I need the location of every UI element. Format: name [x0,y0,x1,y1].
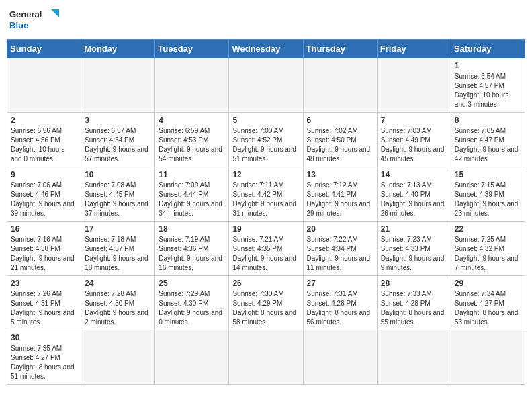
calendar-cell [81,58,155,113]
column-header-tuesday: Tuesday [155,40,229,58]
calendar-cell [7,58,81,113]
day-info: Sunrise: 7:21 AM Sunset: 4:35 PM Dayligh… [232,235,299,273]
calendar-cell [155,58,229,113]
calendar-week-row: 2Sunrise: 6:56 AM Sunset: 4:56 PM Daylig… [7,113,525,167]
day-number: 26 [232,279,299,288]
day-info: Sunrise: 7:06 AM Sunset: 4:46 PM Dayligh… [11,181,77,218]
calendar-cell: 26Sunrise: 7:30 AM Sunset: 4:29 PM Dayli… [229,276,303,330]
day-info: Sunrise: 7:33 AM Sunset: 4:28 PM Dayligh… [381,289,447,327]
calendar-table: SundayMondayTuesdayWednesdayThursdayFrid… [7,39,525,385]
svg-marker-1 [51,9,59,17]
calendar-header-row: SundayMondayTuesdayWednesdayThursdayFrid… [7,40,525,58]
calendar-cell: 13Sunrise: 7:12 AM Sunset: 4:41 PM Dayli… [303,167,377,222]
day-info: Sunrise: 7:05 AM Sunset: 4:47 PM Dayligh… [455,126,521,164]
day-number: 5 [232,116,299,125]
day-number: 20 [307,224,373,234]
logo: General Blue [9,7,63,34]
calendar-cell: 24Sunrise: 7:28 AM Sunset: 4:30 PM Dayli… [81,276,155,330]
calendar-cell: 1Sunrise: 6:54 AM Sunset: 4:57 PM Daylig… [451,58,525,113]
calendar-cell [229,330,303,385]
calendar-cell [377,330,451,385]
calendar-cell: 2Sunrise: 6:56 AM Sunset: 4:56 PM Daylig… [7,113,81,167]
calendar-cell [303,58,377,113]
day-number: 1 [455,61,521,71]
calendar-cell: 21Sunrise: 7:23 AM Sunset: 4:33 PM Dayli… [377,222,451,276]
day-info: Sunrise: 7:15 AM Sunset: 4:39 PM Dayligh… [455,181,521,218]
day-number: 18 [159,224,225,234]
calendar-cell: 9Sunrise: 7:06 AM Sunset: 4:46 PM Daylig… [7,167,81,222]
calendar-cell: 12Sunrise: 7:11 AM Sunset: 4:42 PM Dayli… [229,167,303,222]
day-info: Sunrise: 7:34 AM Sunset: 4:27 PM Dayligh… [455,289,521,327]
day-info: Sunrise: 7:03 AM Sunset: 4:49 PM Dayligh… [381,126,447,164]
day-number: 29 [455,279,521,288]
svg-text:Blue: Blue [9,20,28,30]
calendar-week-row: 23Sunrise: 7:26 AM Sunset: 4:31 PM Dayli… [7,276,525,330]
calendar-cell: 6Sunrise: 7:02 AM Sunset: 4:50 PM Daylig… [303,113,377,167]
day-number: 14 [381,170,447,179]
day-info: Sunrise: 7:28 AM Sunset: 4:30 PM Dayligh… [85,289,151,327]
column-header-saturday: Saturday [451,40,525,58]
day-number: 4 [159,116,225,125]
calendar-cell: 11Sunrise: 7:09 AM Sunset: 4:44 PM Dayli… [155,167,229,222]
calendar-cell [303,330,377,385]
svg-text:General: General [9,9,42,19]
day-info: Sunrise: 7:23 AM Sunset: 4:33 PM Dayligh… [381,235,447,273]
column-header-friday: Friday [377,40,451,58]
calendar-cell: 18Sunrise: 7:19 AM Sunset: 4:36 PM Dayli… [155,222,229,276]
day-number: 24 [85,279,151,288]
calendar-cell: 20Sunrise: 7:22 AM Sunset: 4:34 PM Dayli… [303,222,377,276]
calendar-week-row: 30Sunrise: 7:35 AM Sunset: 4:27 PM Dayli… [7,330,525,385]
calendar-cell [155,330,229,385]
day-number: 22 [455,224,521,234]
day-number: 19 [232,224,299,234]
generalblue-logo-svg: General Blue [9,7,63,34]
calendar-cell: 3Sunrise: 6:57 AM Sunset: 4:54 PM Daylig… [81,113,155,167]
calendar-cell: 28Sunrise: 7:33 AM Sunset: 4:28 PM Dayli… [377,276,451,330]
day-number: 12 [232,170,299,179]
day-info: Sunrise: 6:56 AM Sunset: 4:56 PM Dayligh… [11,126,77,164]
calendar-cell: 27Sunrise: 7:31 AM Sunset: 4:28 PM Dayli… [303,276,377,330]
calendar-cell [451,330,525,385]
calendar-cell: 7Sunrise: 7:03 AM Sunset: 4:49 PM Daylig… [377,113,451,167]
calendar-cell: 17Sunrise: 7:18 AM Sunset: 4:37 PM Dayli… [81,222,155,276]
calendar-cell [377,58,451,113]
day-info: Sunrise: 6:54 AM Sunset: 4:57 PM Dayligh… [455,72,521,109]
day-info: Sunrise: 6:59 AM Sunset: 4:53 PM Dayligh… [159,126,225,164]
day-number: 11 [159,170,225,179]
day-number: 23 [11,279,77,288]
column-header-wednesday: Wednesday [229,40,303,58]
calendar-cell: 19Sunrise: 7:21 AM Sunset: 4:35 PM Dayli… [229,222,303,276]
calendar-cell [229,58,303,113]
day-number: 16 [11,224,77,234]
calendar-cell: 15Sunrise: 7:15 AM Sunset: 4:39 PM Dayli… [451,167,525,222]
day-info: Sunrise: 7:30 AM Sunset: 4:29 PM Dayligh… [232,289,299,327]
calendar-cell: 4Sunrise: 6:59 AM Sunset: 4:53 PM Daylig… [155,113,229,167]
day-number: 30 [11,333,77,342]
calendar-cell: 5Sunrise: 7:00 AM Sunset: 4:52 PM Daylig… [229,113,303,167]
calendar-cell: 23Sunrise: 7:26 AM Sunset: 4:31 PM Dayli… [7,276,81,330]
calendar-week-row: 16Sunrise: 7:16 AM Sunset: 4:38 PM Dayli… [7,222,525,276]
day-number: 10 [85,170,151,179]
day-info: Sunrise: 6:57 AM Sunset: 4:54 PM Dayligh… [85,126,151,164]
day-number: 21 [381,224,447,234]
day-info: Sunrise: 7:29 AM Sunset: 4:30 PM Dayligh… [159,289,225,327]
calendar-cell: 16Sunrise: 7:16 AM Sunset: 4:38 PM Dayli… [7,222,81,276]
day-number: 27 [307,279,373,288]
day-info: Sunrise: 7:26 AM Sunset: 4:31 PM Dayligh… [11,289,77,327]
day-info: Sunrise: 7:31 AM Sunset: 4:28 PM Dayligh… [307,289,373,327]
calendar-week-row: 1Sunrise: 6:54 AM Sunset: 4:57 PM Daylig… [7,58,525,113]
day-number: 13 [307,170,373,179]
calendar-cell: 10Sunrise: 7:08 AM Sunset: 4:45 PM Dayli… [81,167,155,222]
day-number: 6 [307,116,373,125]
day-info: Sunrise: 7:00 AM Sunset: 4:52 PM Dayligh… [232,126,299,164]
day-number: 28 [381,279,447,288]
calendar-cell: 22Sunrise: 7:25 AM Sunset: 4:32 PM Dayli… [451,222,525,276]
calendar-cell: 29Sunrise: 7:34 AM Sunset: 4:27 PM Dayli… [451,276,525,330]
header: General Blue [7,7,525,34]
day-number: 2 [11,116,77,125]
day-info: Sunrise: 7:11 AM Sunset: 4:42 PM Dayligh… [232,181,299,218]
day-info: Sunrise: 7:02 AM Sunset: 4:50 PM Dayligh… [307,126,373,164]
calendar-cell: 14Sunrise: 7:13 AM Sunset: 4:40 PM Dayli… [377,167,451,222]
day-number: 17 [85,224,151,234]
day-info: Sunrise: 7:13 AM Sunset: 4:40 PM Dayligh… [381,181,447,218]
